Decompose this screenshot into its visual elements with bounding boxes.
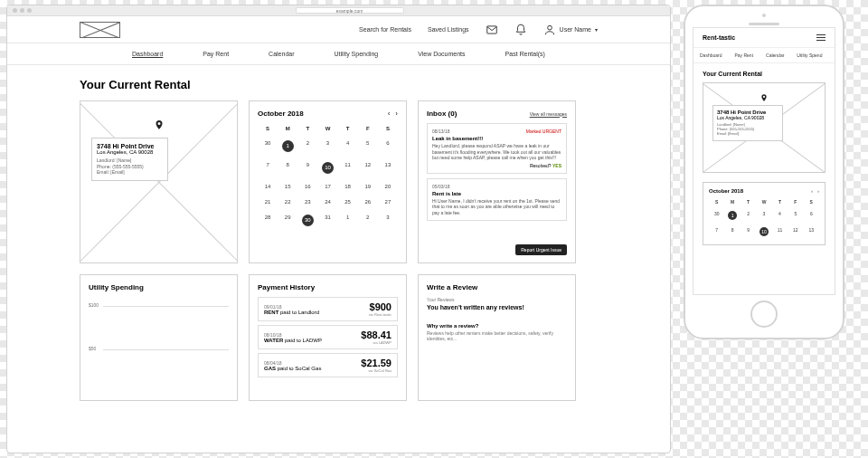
phone-tab-calendar[interactable]: Calendar [760, 48, 790, 62]
user-name: User Name [560, 26, 591, 33]
calendar-day[interactable]: 27 [378, 196, 398, 208]
calendar-day[interactable]: 11 [338, 158, 358, 177]
calendar-day[interactable]: 9 [297, 158, 317, 177]
report-urgent-button[interactable]: Report Urgent Issue [515, 244, 567, 255]
calendar-day[interactable]: 4 [338, 137, 358, 156]
calendar-day[interactable]: 12 [358, 158, 378, 177]
phone-cal-next[interactable]: › [817, 188, 819, 194]
calendar-day[interactable]: 29 [278, 211, 297, 230]
nav-saved-listings[interactable]: Saved Listings [428, 26, 469, 33]
nav-search-rentals[interactable]: Search for Rentals [359, 26, 411, 33]
payment-row[interactable]: 09/01/18RENT paid to Landlord $900via Re… [258, 297, 398, 321]
calendar-day[interactable]: 30 [297, 211, 317, 230]
calendar-day[interactable]: 16 [297, 180, 317, 193]
desktop-browser-window: example.com Search for Rentals Saved Lis… [6, 5, 671, 453]
calendar-next[interactable]: › [395, 110, 398, 118]
calendar-day[interactable]: 10 [756, 224, 771, 239]
calendar-day[interactable]: 10 [317, 158, 337, 177]
calendar-day[interactable]: 8 [724, 224, 740, 239]
utility-title: Utility Spending [89, 283, 144, 291]
calendar-month: October 2018 [258, 110, 304, 118]
calendar-day[interactable]: 7 [258, 158, 278, 177]
tab-dashboard[interactable]: Dashboard [132, 51, 163, 57]
calendar-day[interactable]: 2 [741, 208, 756, 223]
calendar-day[interactable]: 30 [709, 208, 724, 223]
view-all-messages-link[interactable]: View all messages [530, 111, 567, 117]
calendar-day[interactable]: 8 [278, 158, 297, 177]
calendar-day[interactable]: 17 [317, 180, 337, 193]
calendar-day[interactable]: 9 [741, 224, 756, 239]
payment-history-card: Payment History 09/01/18RENT paid to Lan… [249, 274, 407, 401]
top-header: Search for Rentals Saved Listings User N… [7, 16, 670, 43]
calendar-day[interactable]: 26 [358, 196, 378, 208]
tab-view-documents[interactable]: View Documents [418, 51, 465, 57]
phone-home-button[interactable] [750, 301, 778, 328]
tab-past-rentals[interactable]: Past Rental(s) [505, 51, 545, 57]
calendar-day[interactable]: 31 [317, 211, 337, 230]
calendar-day[interactable]: 25 [338, 196, 358, 208]
calendar-card: October 2018 ‹ › SMTWTFS3012345678910111… [249, 100, 407, 263]
map-pin-icon [154, 118, 165, 133]
utility-chart: $100 $50 [89, 297, 229, 387]
inbox-message[interactable]: 05/03/18 Rent is late Hi User Name, I di… [427, 178, 567, 222]
tab-calendar[interactable]: Calendar [269, 51, 294, 57]
calendar-day[interactable]: 22 [278, 196, 297, 208]
calendar-day[interactable]: 18 [338, 180, 358, 193]
user-menu[interactable]: User Name ▾ [543, 24, 598, 36]
calendar-day[interactable]: 1 [278, 137, 297, 156]
phone-cal-prev[interactable]: ‹ [811, 188, 813, 194]
inbox-card: Inbox (0) View all messages 08/13/18Mark… [418, 100, 576, 263]
payment-row[interactable]: 08/04/18GAS paid to SoCal Gas $21.59via … [258, 353, 398, 377]
calendar-day[interactable]: 13 [804, 224, 819, 239]
calendar-day[interactable]: 7 [709, 224, 724, 239]
phone-tab-utility[interactable]: Utility Spend [790, 48, 828, 62]
logo[interactable] [80, 22, 120, 38]
calendar-day[interactable]: 1 [338, 211, 358, 230]
address-line2: Los Angeles, CA 90028 [97, 149, 163, 155]
phone-heading: Your Current Rental [703, 71, 826, 77]
mail-icon[interactable] [486, 24, 498, 36]
calendar-day[interactable]: 12 [788, 224, 803, 239]
calendar-day[interactable]: 3 [378, 211, 398, 230]
address-card: 3748 Hi Point Drive Los Angeles, CA 9002… [91, 138, 168, 181]
calendar-day[interactable]: 4 [772, 208, 788, 223]
calendar-day[interactable]: 30 [258, 137, 278, 156]
calendar-day[interactable]: 20 [378, 180, 398, 193]
sub-nav: Dashboard Pay Rent Calendar Utility Spen… [7, 43, 670, 65]
inbox-message[interactable]: 08/13/18Marked URGENT Leak in basement!!… [427, 123, 567, 174]
hamburger-icon[interactable] [816, 34, 826, 41]
url-bar[interactable]: example.com [296, 7, 404, 14]
user-icon [543, 24, 556, 36]
phone-addr-line2: Los Angeles, CA 90028 [717, 115, 778, 120]
calendar-day[interactable]: 2 [297, 137, 317, 156]
calendar-day[interactable]: 5 [358, 137, 378, 156]
calendar-day[interactable]: 1 [724, 208, 740, 223]
calendar-day[interactable]: 24 [317, 196, 337, 208]
window-controls[interactable] [13, 8, 32, 13]
inbox-title: Inbox (0) [427, 110, 457, 118]
calendar-day[interactable]: 2 [358, 211, 378, 230]
calendar-day[interactable]: 5 [788, 208, 803, 223]
calendar-day[interactable]: 14 [258, 180, 278, 193]
phone-tab-pay-rent[interactable]: Pay Rent [728, 48, 760, 62]
calendar-day[interactable]: 13 [378, 158, 398, 177]
calendar-day[interactable]: 6 [378, 137, 398, 156]
calendar-prev[interactable]: ‹ [388, 110, 391, 118]
tab-pay-rent[interactable]: Pay Rent [203, 51, 229, 57]
calendar-day[interactable]: 3 [317, 137, 337, 156]
calendar-day[interactable]: 19 [358, 180, 378, 193]
calendar-day[interactable]: 23 [297, 196, 317, 208]
calendar-day[interactable]: 21 [258, 196, 278, 208]
bell-icon[interactable] [514, 24, 527, 36]
chevron-down-icon: ▾ [595, 26, 598, 33]
calendar-day[interactable]: 15 [278, 180, 297, 193]
calendar-day[interactable]: 3 [756, 208, 771, 223]
tab-utility-spending[interactable]: Utility Spending [335, 51, 379, 57]
calendar-day[interactable]: 11 [772, 224, 788, 239]
phone-screen: Rent-tastic Dashboard Pay Rent Calendar … [693, 27, 835, 295]
payment-title: Payment History [258, 283, 315, 291]
payment-row[interactable]: 08/10/18WATER paid to LADWP $88.41via LA… [258, 325, 398, 349]
calendar-day[interactable]: 28 [258, 211, 278, 230]
phone-tab-dashboard[interactable]: Dashboard [693, 48, 728, 62]
calendar-day[interactable]: 6 [804, 208, 819, 223]
